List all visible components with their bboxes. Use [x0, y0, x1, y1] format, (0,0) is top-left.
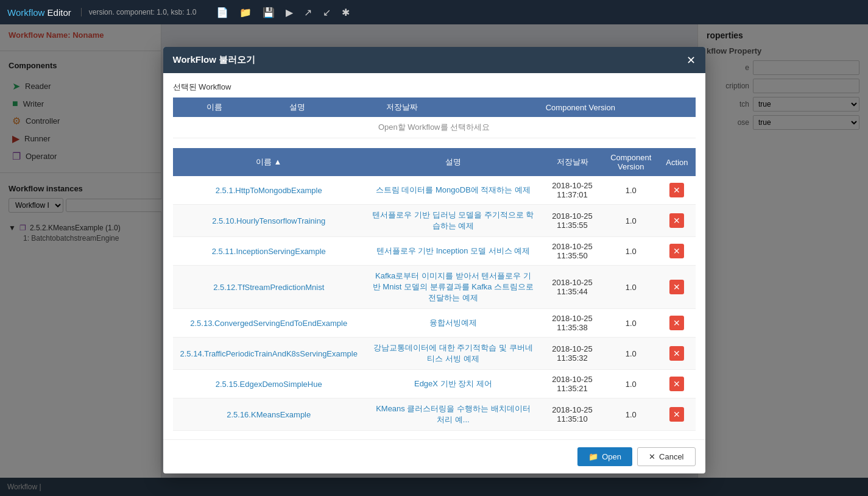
import-icon[interactable]: ↗ — [304, 7, 312, 18]
workflow-list-table: 이름 ▲ 설명 저장날짜 ComponentVersion Action 2.5… — [173, 148, 696, 431]
row-date: 2018-10-25 11:35:44 — [542, 266, 603, 309]
row-action: ✕ — [658, 338, 695, 370]
row-desc: 스트림 데이터를 MongoDB에 적재하는 예제 — [365, 176, 542, 205]
col-header-desc: 설명 — [365, 148, 542, 176]
open-label: Open — [602, 452, 621, 461]
row-desc: EdgeX 기반 장치 제어 — [365, 370, 542, 399]
modal-footer: 📁 Open ✕ Cancel — [163, 439, 705, 473]
row-desc: KMeans 클러스터링을 수행하는 배치데이터 처리 예... — [365, 399, 542, 431]
row-action: ✕ — [658, 309, 695, 338]
row-action: ✕ — [658, 176, 695, 205]
row-name[interactable]: 2.5.10.HourlyTensorflowTraining — [173, 205, 365, 237]
selected-workflow-table: 이름 설명 저장날짜 Component Version Open할 Workf… — [173, 97, 696, 138]
sel-col-desc: 설명 — [256, 97, 339, 117]
row-date: 2018-10-25 11:35:10 — [542, 399, 603, 431]
delete-button[interactable]: ✕ — [669, 377, 684, 391]
title-workflow: Workflow — [7, 7, 44, 18]
main-layout: Workflow Name: Noname Components ➤ Reade… — [0, 24, 868, 496]
row-desc: 텐서플로우 기반 Inception 모델 서비스 예제 — [365, 237, 542, 266]
top-bar: Workflow Editor version. component: 1.0,… — [0, 0, 868, 24]
table-row[interactable]: 2.5.15.EdgexDemoSimpleHue EdgeX 기반 장치 제어… — [173, 370, 696, 399]
modal-dialog: WorkFlow 불러오기 ✕ 선택된 Workflow 이름 설명 저장날짜 … — [163, 47, 705, 473]
col-header-name[interactable]: 이름 ▲ — [173, 148, 365, 176]
toolbar-icons: 📄 📁 💾 ▶ ↗ ↙ ✱ — [216, 7, 350, 18]
save-icon[interactable]: 💾 — [263, 7, 275, 18]
open-folder-icon[interactable]: 📁 — [239, 7, 252, 18]
row-version: 1.0 — [603, 205, 658, 237]
row-desc: 강남교통데이터에 대한 주기적학습 및 쿠버네티스 서빙 예제 — [365, 338, 542, 370]
modal-header: WorkFlow 불러오기 ✕ — [163, 47, 705, 73]
row-desc: Kafka로부터 이미지를 받아서 텐서플로우 기반 Mnist 모델의 분류결… — [365, 266, 542, 309]
row-version: 1.0 — [603, 237, 658, 266]
row-name[interactable]: 2.5.11.InceptionServingExample — [173, 237, 365, 266]
play-icon[interactable]: ▶ — [286, 7, 293, 18]
row-date: 2018-10-25 11:35:21 — [542, 370, 603, 399]
new-file-icon[interactable]: 📄 — [216, 7, 228, 18]
row-name[interactable]: 2.5.13.ConvergedServingEndToEndExample — [173, 309, 365, 338]
sel-empty-message: Open할 Workflow를 선택하세요 — [173, 117, 696, 138]
row-action: ✕ — [658, 237, 695, 266]
col-header-date: 저장날짜 — [542, 148, 603, 176]
modal-overlay: WorkFlow 불러오기 ✕ 선택된 Workflow 이름 설명 저장날짜 … — [0, 24, 868, 496]
table-row[interactable]: 2.5.14.TrafficPeriodicTrainAndK8sServing… — [173, 338, 696, 370]
row-version: 1.0 — [603, 399, 658, 431]
row-version: 1.0 — [603, 266, 658, 309]
modal-body: 선택된 Workflow 이름 설명 저장날짜 Component Versio… — [163, 73, 705, 439]
sel-empty-row: Open할 Workflow를 선택하세요 — [173, 117, 696, 138]
table-row[interactable]: 2.5.1.HttpToMongodbExample 스트림 데이터를 Mong… — [173, 176, 696, 205]
open-button[interactable]: 📁 Open — [577, 447, 632, 466]
row-desc: 텐서플로우 기반 딥러닝 모델을 주기적으로 학습하는 예제 — [365, 205, 542, 237]
modal-title: WorkFlow 불러오기 — [173, 54, 256, 66]
row-name[interactable]: 2.5.12.TfStreamPredictionMnist — [173, 266, 365, 309]
delete-button[interactable]: ✕ — [669, 213, 684, 228]
row-date: 2018-10-25 11:35:55 — [542, 205, 603, 237]
row-desc: 융합서빙예제 — [365, 309, 542, 338]
table-row[interactable]: 2.5.11.InceptionServingExample 텐서플로우 기반 … — [173, 237, 696, 266]
asterisk-icon[interactable]: ✱ — [342, 7, 350, 18]
delete-button[interactable]: ✕ — [669, 346, 684, 361]
app-title: Workflow Editor — [7, 7, 71, 18]
col-header-version: ComponentVersion — [603, 148, 658, 176]
table-row[interactable]: 2.5.13.ConvergedServingEndToEndExample 융… — [173, 309, 696, 338]
title-editor: Editor — [44, 7, 71, 18]
row-action: ✕ — [658, 205, 695, 237]
row-action: ✕ — [658, 266, 695, 309]
row-date: 2018-10-25 11:37:01 — [542, 176, 603, 205]
cancel-button[interactable]: ✕ Cancel — [637, 447, 695, 466]
row-name[interactable]: 2.5.14.TrafficPeriodicTrainAndK8sServing… — [173, 338, 365, 370]
table-row[interactable]: 2.5.10.HourlyTensorflowTraining 텐서플로우 기반… — [173, 205, 696, 237]
modal-close-button[interactable]: ✕ — [686, 55, 696, 66]
col-header-action: Action — [658, 148, 695, 176]
export-icon[interactable]: ↙ — [323, 7, 331, 18]
table-row[interactable]: 2.5.16.KMeansExample KMeans 클러스터링을 수행하는 … — [173, 399, 696, 431]
delete-button[interactable]: ✕ — [669, 407, 684, 422]
row-version: 1.0 — [603, 309, 658, 338]
row-version: 1.0 — [603, 176, 658, 205]
row-date: 2018-10-25 11:35:38 — [542, 309, 603, 338]
delete-button[interactable]: ✕ — [669, 280, 684, 294]
row-name[interactable]: 2.5.1.HttpToMongodbExample — [173, 176, 365, 205]
row-version: 1.0 — [603, 338, 658, 370]
sel-col-version: Component Version — [465, 97, 695, 117]
sel-col-name: 이름 — [173, 97, 256, 117]
delete-button[interactable]: ✕ — [669, 316, 684, 330]
delete-button[interactable]: ✕ — [669, 244, 684, 258]
row-name[interactable]: 2.5.16.KMeansExample — [173, 399, 365, 431]
cancel-label: Cancel — [659, 452, 683, 461]
workflow-list-table-wrap[interactable]: 이름 ▲ 설명 저장날짜 ComponentVersion Action 2.5… — [173, 148, 696, 431]
selected-workflow-label: 선택된 Workflow — [173, 82, 696, 93]
row-name[interactable]: 2.5.15.EdgexDemoSimpleHue — [173, 370, 365, 399]
version-text: version. component: 1.0, ksb: 1.0 — [81, 8, 197, 16]
delete-button[interactable]: ✕ — [669, 183, 684, 197]
cancel-icon: ✕ — [649, 452, 655, 461]
row-date: 2018-10-25 11:35:32 — [542, 338, 603, 370]
sel-col-date: 저장날짜 — [339, 97, 466, 117]
row-version: 1.0 — [603, 370, 658, 399]
table-row[interactable]: 2.5.12.TfStreamPredictionMnist Kafka로부터 … — [173, 266, 696, 309]
row-action: ✕ — [658, 370, 695, 399]
row-date: 2018-10-25 11:35:50 — [542, 237, 603, 266]
open-icon: 📁 — [588, 452, 598, 461]
row-action: ✕ — [658, 399, 695, 431]
